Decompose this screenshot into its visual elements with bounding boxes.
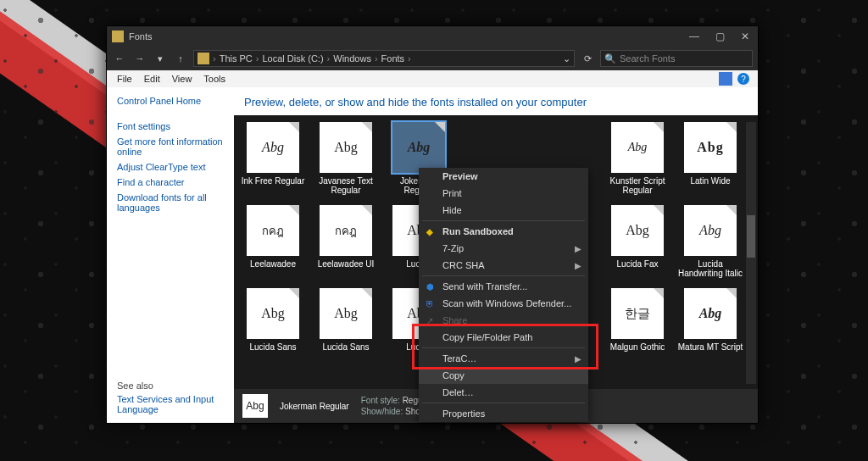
context-menu-item[interactable]: ⬢Send with Transfer... — [419, 278, 588, 295]
font-item[interactable]: AbgLucida Sans — [239, 288, 307, 366]
font-item[interactable]: AbgJavanese Text Regular — [312, 122, 380, 200]
context-menu-item[interactable]: ⛨Scan with Windows Defender... — [419, 295, 588, 312]
font-item[interactable]: AbgLucida Sans — [312, 288, 380, 366]
page-heading: Preview, delete, or show and hide the fo… — [234, 87, 758, 115]
context-menu: PreviewPrintHide◆Run Sandboxed7-Zip▶CRC … — [419, 168, 588, 422]
font-thumbnail: 한글 — [611, 288, 664, 339]
fonts-folder-icon — [112, 31, 124, 42]
menu-bar: File Edit View Tools — [107, 70, 758, 87]
titlebar[interactable]: Fonts — ▢ ✕ — [107, 26, 758, 47]
sidebar-link[interactable]: Download fonts for all languages — [117, 192, 224, 213]
menu-file[interactable]: File — [112, 73, 137, 85]
font-thumbnail: Abg — [247, 122, 299, 173]
breadcrumb-item[interactable]: This PC — [220, 53, 253, 64]
context-menu-item[interactable]: Preview — [419, 168, 588, 185]
font-item[interactable]: AbgLucida Handwriting Italic — [676, 205, 744, 283]
control-panel-home-link[interactable]: Control Panel Home — [117, 96, 224, 106]
context-menu-item[interactable]: Copy — [419, 367, 588, 384]
refresh-button[interactable]: ⟳ — [580, 53, 595, 64]
font-thumbnail: Abg — [392, 122, 445, 173]
font-item[interactable]: กคฎLeelawadee — [239, 205, 307, 283]
help-icon[interactable]: ? — [737, 73, 749, 85]
font-label: Latin Wide — [690, 176, 730, 186]
font-label: Lucida Fax — [617, 259, 659, 269]
sidebar-link[interactable]: Adjust ClearType text — [117, 162, 224, 172]
breadcrumb-item[interactable]: Fonts — [381, 53, 405, 64]
font-thumbnail: Abg — [247, 288, 299, 339]
menu-edit[interactable]: Edit — [139, 73, 165, 85]
font-thumbnail: Abg — [611, 122, 664, 173]
font-label: Javanese Text Regular — [312, 176, 380, 195]
menu-view[interactable]: View — [167, 73, 198, 85]
font-thumbnail: กคฎ — [320, 205, 372, 256]
font-label: Ink Free Regular — [242, 176, 304, 186]
font-thumbnail: Abg — [320, 288, 372, 339]
window-title: Fonts — [129, 31, 153, 42]
submenu-arrow-icon: ▶ — [575, 261, 581, 270]
context-menu-item[interactable]: Copy File/Folder Path — [419, 329, 588, 346]
font-label: Lucida Sans — [322, 342, 369, 352]
context-menu-item[interactable]: CRC SHA▶ — [419, 257, 588, 274]
font-label: Kunstler Script Regular — [604, 176, 671, 195]
scrollbar-thumb[interactable] — [747, 215, 755, 258]
font-label: Matura MT Script — [678, 342, 743, 352]
search-icon: 🔍 — [604, 53, 616, 64]
font-thumbnail: Abg — [611, 205, 664, 256]
submenu-arrow-icon: ▶ — [575, 354, 581, 364]
close-button[interactable]: ✕ — [732, 26, 758, 47]
menu-tools[interactable]: Tools — [198, 73, 231, 85]
font-item[interactable]: AbgMatura MT Script — [676, 288, 744, 366]
submenu-arrow-icon: ▶ — [575, 244, 581, 253]
view-mode-button[interactable] — [719, 72, 732, 86]
minimize-button[interactable]: — — [682, 26, 707, 47]
context-menu-item: ↗Share — [419, 312, 588, 329]
font-item[interactable]: กคฎLeelawadee UI — [312, 205, 380, 283]
back-button[interactable]: ← — [112, 53, 127, 64]
context-menu-item[interactable]: Properties — [419, 405, 588, 422]
status-preview-icon: Abg — [242, 394, 268, 418]
breadcrumb-item[interactable]: Windows — [333, 53, 371, 64]
see-also-heading: See also — [117, 380, 224, 391]
scrollbar[interactable] — [746, 122, 756, 384]
font-label: Leelawadee — [250, 259, 296, 269]
font-label: Leelawadee UI — [318, 259, 375, 269]
breadcrumb[interactable]: › This PC › Local Disk (C:) › Windows › … — [193, 50, 575, 67]
context-menu-item[interactable]: TeraC…▶ — [419, 350, 588, 367]
font-thumbnail: กคฎ — [247, 205, 299, 256]
breadcrumb-dropdown-icon[interactable]: ⌄ — [563, 53, 570, 64]
nav-toolbar: ← → ▾ ↑ › This PC › Local Disk (C:) › Wi… — [107, 47, 758, 70]
font-label: Lucida Sans — [249, 342, 296, 352]
menu-item-icon: ⬢ — [424, 280, 436, 292]
context-menu-item[interactable]: ◆Run Sandboxed — [419, 223, 588, 240]
up-button[interactable]: ↑ — [173, 53, 188, 64]
search-placeholder: Search Fonts — [620, 53, 675, 64]
font-label: Lucida Handwriting Italic — [676, 259, 744, 278]
font-thumbnail: Abg — [320, 122, 372, 173]
font-item[interactable]: AbgKunstler Script Regular — [604, 122, 671, 200]
menu-item-icon: ◆ — [424, 225, 436, 237]
font-item[interactable]: AbgInk Free Regular — [239, 122, 307, 200]
recent-dropdown[interactable]: ▾ — [153, 53, 168, 64]
sidebar-link[interactable]: Find a character — [117, 177, 224, 187]
font-thumbnail: Abg — [684, 288, 737, 339]
sidebar-link[interactable]: Font settings — [117, 121, 224, 131]
breadcrumb-item[interactable]: Local Disk (C:) — [262, 53, 323, 64]
maximize-button[interactable]: ▢ — [707, 26, 732, 47]
font-thumbnail: Abg — [684, 122, 737, 173]
font-label: Malgun Gothic — [610, 342, 665, 352]
context-menu-item[interactable]: Delet… — [419, 384, 588, 401]
search-box[interactable]: 🔍 Search Fonts — [600, 50, 753, 67]
context-menu-item[interactable]: Hide — [419, 202, 588, 219]
font-item[interactable]: 한글Malgun Gothic — [604, 288, 671, 366]
sidebar-link[interactable]: Get more font information online — [117, 136, 224, 157]
menu-item-icon: ⛨ — [424, 297, 436, 309]
font-item[interactable]: AbgLatin Wide — [676, 122, 744, 200]
forward-button[interactable]: → — [132, 53, 147, 64]
font-thumbnail: Abg — [684, 205, 737, 256]
font-item[interactable]: AbgLucida Fax — [604, 205, 671, 283]
context-menu-item[interactable]: Print — [419, 185, 588, 202]
sidebar-link[interactable]: Text Services and Input Language — [117, 394, 224, 414]
context-menu-item[interactable]: 7-Zip▶ — [419, 240, 588, 257]
menu-item-icon: ↗ — [424, 314, 436, 326]
fonts-folder-icon — [198, 53, 209, 64]
